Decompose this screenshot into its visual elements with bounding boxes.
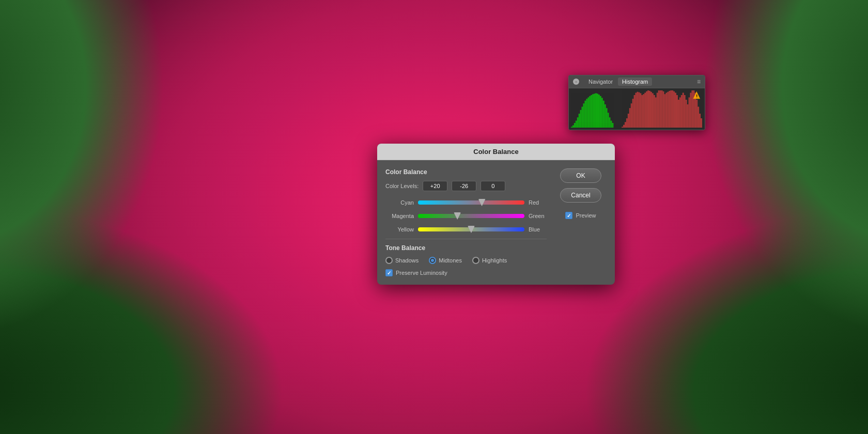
svg-rect-74 (691, 90, 693, 128)
color-balance-dialog: Color Balance Color Balance Color Levels… (377, 144, 615, 285)
tone-balance-radio-group: Shadows Midtones Highlights (385, 257, 547, 264)
svg-rect-44 (646, 91, 647, 128)
svg-rect-61 (672, 90, 673, 128)
ok-button[interactable]: OK (560, 168, 601, 183)
dialog-body: Color Balance Color Levels: Cyan Red (377, 160, 615, 285)
svg-rect-27 (612, 123, 613, 128)
svg-rect-34 (631, 103, 632, 128)
svg-rect-80 (701, 118, 702, 128)
yellow-blue-track (418, 227, 524, 231)
tone-balance-title: Tone Balance (385, 244, 547, 252)
color-level-2[interactable] (452, 181, 476, 191)
histogram-panel: × Navigator Histogram ≡ (568, 75, 705, 130)
cyan-red-slider[interactable] (418, 198, 524, 207)
svg-rect-32 (628, 114, 629, 128)
radio-shadows[interactable]: Shadows (385, 257, 419, 264)
svg-rect-13 (591, 95, 592, 128)
svg-rect-54 (661, 90, 663, 128)
yellow-blue-slider[interactable] (418, 225, 524, 234)
svg-rect-56 (664, 94, 665, 128)
svg-rect-72 (689, 98, 690, 128)
svg-rect-49 (654, 95, 655, 128)
magenta-green-slider[interactable] (418, 212, 524, 220)
highlights-label: Highlights (482, 257, 507, 264)
magenta-label: Magenta (385, 213, 414, 219)
svg-rect-58 (667, 92, 669, 128)
svg-rect-64 (676, 95, 678, 128)
dialog-actions: OK Cancel Preview (555, 168, 607, 276)
svg-rect-1 (572, 126, 574, 128)
cancel-button[interactable]: Cancel (560, 188, 601, 203)
svg-rect-12 (589, 96, 591, 128)
dialog-title: Color Balance (377, 144, 615, 160)
svg-rect-29 (623, 125, 625, 128)
svg-rect-19 (600, 96, 601, 128)
yellow-blue-thumb[interactable] (468, 226, 475, 233)
yellow-label: Yellow (385, 226, 414, 233)
preview-row[interactable]: Preview (565, 212, 596, 219)
svg-rect-7 (582, 107, 583, 128)
radio-highlights[interactable]: Highlights (472, 257, 507, 264)
svg-rect-78 (698, 107, 699, 128)
svg-rect-65 (678, 100, 679, 128)
svg-rect-37 (636, 93, 637, 128)
svg-rect-41 (641, 95, 643, 128)
svg-rect-60 (670, 90, 672, 128)
close-button[interactable]: × (573, 79, 579, 85)
svg-rect-59 (669, 91, 670, 128)
histogram-content: ! (569, 88, 705, 130)
color-level-1[interactable] (423, 181, 447, 191)
radio-midtones[interactable]: Midtones (429, 257, 462, 264)
midtones-label: Midtones (439, 257, 462, 264)
magenta-green-slider-row: Magenta Green (385, 212, 547, 220)
tab-histogram[interactable]: Histogram (618, 78, 652, 86)
magenta-green-track (418, 214, 524, 218)
highlights-radio-circle[interactable] (472, 257, 479, 264)
svg-rect-31 (626, 118, 628, 128)
svg-rect-46 (649, 91, 650, 128)
svg-rect-25 (609, 117, 611, 128)
svg-rect-30 (625, 122, 626, 128)
preview-label: Preview (576, 212, 596, 219)
svg-rect-71 (687, 104, 689, 128)
shadows-label: Shadows (395, 257, 419, 264)
svg-rect-39 (638, 92, 640, 128)
svg-rect-2 (574, 123, 576, 128)
svg-rect-45 (647, 90, 649, 128)
svg-rect-66 (679, 98, 681, 128)
svg-rect-51 (657, 93, 658, 128)
svg-rect-68 (683, 93, 684, 128)
svg-rect-15 (594, 94, 595, 128)
svg-text:!: ! (696, 94, 698, 99)
shadows-radio-circle[interactable] (385, 257, 393, 264)
svg-rect-16 (595, 93, 597, 128)
svg-rect-3 (576, 121, 577, 128)
svg-rect-70 (686, 100, 687, 128)
svg-rect-22 (605, 104, 606, 128)
svg-rect-24 (608, 113, 609, 128)
preserve-luminosity-row[interactable]: Preserve Luminosity (385, 269, 547, 276)
svg-rect-38 (637, 92, 639, 128)
svg-rect-77 (696, 100, 698, 128)
cyan-label: Cyan (385, 199, 414, 206)
preview-checkbox[interactable] (565, 212, 572, 219)
svg-rect-18 (598, 95, 600, 128)
svg-rect-75 (693, 90, 694, 128)
preserve-luminosity-checkbox[interactable] (385, 269, 393, 276)
svg-rect-47 (650, 92, 652, 128)
svg-rect-26 (611, 121, 612, 128)
histogram-menu-icon[interactable]: ≡ (697, 78, 701, 85)
svg-rect-73 (690, 93, 691, 128)
svg-rect-55 (663, 91, 664, 128)
histogram-tabs: Navigator Histogram (584, 78, 694, 86)
preserve-luminosity-label: Preserve Luminosity (396, 270, 447, 276)
tab-navigator[interactable]: Navigator (584, 78, 617, 86)
cyan-red-thumb[interactable] (478, 199, 486, 206)
tone-balance-section: Tone Balance Shadows Midtones Highlights (385, 239, 547, 276)
midtones-radio-circle[interactable] (429, 257, 436, 264)
svg-rect-52 (658, 90, 660, 128)
svg-rect-21 (603, 101, 605, 128)
cyan-red-slider-row: Cyan Red (385, 198, 547, 207)
color-level-3[interactable] (481, 181, 505, 191)
magenta-green-thumb[interactable] (454, 212, 461, 220)
